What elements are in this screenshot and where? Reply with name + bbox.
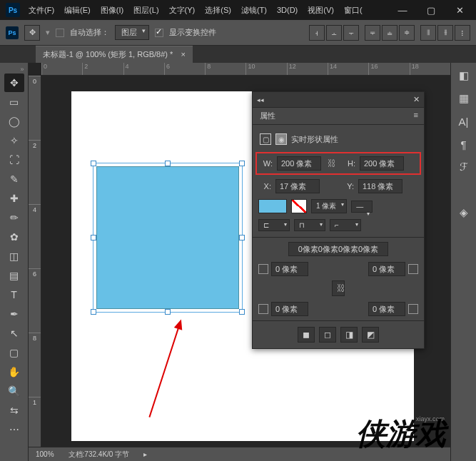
window-maximize[interactable]: ▢: [420, 5, 442, 16]
corner-tl-input[interactable]: [271, 262, 308, 276]
corner-br-input[interactable]: [368, 302, 405, 316]
menu-filter[interactable]: 滤镜(T): [240, 5, 268, 16]
path-combine-icon[interactable]: ◼: [298, 327, 315, 343]
stroke-caps-dropdown[interactable]: ⊓: [294, 219, 325, 231]
properties-tab[interactable]: 属性: [253, 108, 283, 124]
path-subtract-icon[interactable]: ◻: [319, 327, 336, 343]
menu-3d[interactable]: 3D(D): [275, 6, 299, 14]
paragraph-panel-icon[interactable]: ¶: [457, 137, 471, 151]
swap-colors-icon[interactable]: ⇆: [4, 401, 24, 420]
transform-box[interactable]: [93, 163, 243, 313]
y-input[interactable]: [358, 179, 402, 193]
menu-layer[interactable]: 图层(L): [132, 5, 160, 16]
menu-type[interactable]: 文字(Y): [168, 5, 197, 16]
menu-image[interactable]: 图像(I): [99, 5, 125, 16]
character-panel-icon[interactable]: A|: [457, 114, 471, 128]
distribute-h-icon[interactable]: ⫴: [420, 25, 436, 41]
titlebar: Ps 文件(F) 编辑(E) 图像(I) 图层(L) 文字(Y) 选择(S) 滤…: [0, 0, 476, 20]
gradient-tool[interactable]: ▤: [4, 266, 24, 285]
auto-select-target-dropdown[interactable]: 图层: [115, 25, 149, 40]
color-panel-icon[interactable]: ◧: [457, 69, 471, 83]
brush-tool[interactable]: ✏: [4, 208, 24, 227]
more-tools-icon[interactable]: ⋯: [4, 420, 24, 439]
menu-file[interactable]: 文件(F): [27, 5, 56, 16]
panel-menu-icon[interactable]: ✕: [413, 95, 420, 104]
align-bottom-icon[interactable]: ⫩: [399, 25, 415, 41]
window-minimize[interactable]: —: [392, 5, 413, 16]
shape-type-icon: ▢: [260, 133, 271, 145]
home-icon[interactable]: Ps: [6, 26, 19, 39]
corner-bl-input[interactable]: [271, 302, 308, 316]
handle-bot-left[interactable]: [91, 309, 96, 315]
info-expand-icon[interactable]: ▸: [143, 450, 147, 458]
move-tool-icon[interactable]: ✥: [24, 25, 40, 41]
handle-mid-left[interactable]: [91, 235, 96, 240]
stroke-color-swatch[interactable]: [291, 199, 307, 213]
tab-close-icon[interactable]: ×: [181, 50, 185, 59]
type-tool[interactable]: T: [4, 285, 24, 304]
handle-bot-right[interactable]: [239, 309, 245, 315]
size-row-highlight: W: ⛓ H:: [255, 152, 421, 175]
panel-options-icon[interactable]: ≡: [408, 108, 424, 124]
auto-select-checkbox[interactable]: [56, 29, 64, 37]
corners-summary-input[interactable]: [288, 242, 388, 256]
align-right-icon[interactable]: ⫟: [343, 25, 359, 41]
stroke-corners-dropdown[interactable]: ⌐: [330, 219, 361, 231]
zoom-tool[interactable]: 🔍: [4, 382, 24, 400]
align-top-icon[interactable]: ⫧: [365, 25, 380, 41]
window-close[interactable]: ✕: [449, 5, 470, 16]
path-select-tool[interactable]: ↖: [4, 324, 24, 343]
link-wh-icon[interactable]: ⛓: [325, 158, 338, 168]
height-input[interactable]: [360, 156, 404, 171]
document-info[interactable]: 文档:732.4K/0 字节: [69, 450, 130, 460]
stroke-align-dropdown[interactable]: ⊏: [258, 219, 290, 231]
path-intersect-icon[interactable]: ◨: [340, 327, 358, 343]
eyedropper-tool[interactable]: ✎: [4, 170, 24, 188]
handle-mid-right[interactable]: [239, 235, 245, 240]
handle-top-right[interactable]: [239, 161, 245, 166]
shape-tool[interactable]: ▢: [4, 343, 24, 362]
corner-tr-input[interactable]: [368, 262, 405, 276]
options-bar: Ps ✥ ▾ 自动选择： 图层 显示变换控件 ⫞ ⫠ ⫟ ⫧ ⫨ ⫩ ⫴ ⫵ ⫶: [0, 20, 476, 46]
stamp-tool[interactable]: ✿: [4, 228, 24, 246]
lasso-tool[interactable]: ◯: [4, 112, 24, 131]
panel-collapse-icon[interactable]: ◂◂: [257, 96, 264, 103]
brushes-panel-icon[interactable]: ℱ: [457, 160, 471, 174]
x-input[interactable]: [275, 179, 320, 193]
ruler-horizontal: 02 46 810 1214 1618: [41, 63, 450, 76]
menu-select[interactable]: 选择(S): [203, 5, 233, 16]
distribute-3-icon[interactable]: ⫶: [455, 25, 470, 41]
handle-top-left[interactable]: [91, 161, 96, 166]
link-corners-icon[interactable]: ⛓: [332, 280, 345, 296]
zoom-level[interactable]: 100%: [36, 450, 54, 458]
fill-color-swatch[interactable]: [258, 199, 287, 213]
stroke-width-input[interactable]: 1 像素: [311, 199, 347, 213]
align-left-icon[interactable]: ⫞: [309, 25, 325, 41]
swatches-panel-icon[interactable]: ▦: [457, 91, 471, 106]
layers-panel-icon[interactable]: ◈: [457, 206, 471, 220]
properties-panel: ◂◂ ✕ 属性 ≡ ▢ ◉ 实时形状属性 W: ⛓ H: X: Y:: [252, 91, 425, 349]
width-label: W:: [260, 159, 273, 168]
heal-tool[interactable]: ✚: [4, 189, 24, 208]
menu-edit[interactable]: 编辑(E): [63, 5, 92, 16]
menu-window[interactable]: 窗口(: [343, 5, 364, 16]
move-tool[interactable]: ✥: [4, 74, 24, 92]
align-center-h-icon[interactable]: ⫠: [326, 25, 342, 41]
document-tab[interactable]: 未标题-1 @ 100% (矩形 1, RGB/8#) * ×: [36, 46, 193, 63]
distribute-v-icon[interactable]: ⫵: [437, 25, 453, 41]
pen-tool[interactable]: ✒: [4, 305, 24, 323]
show-transform-checkbox[interactable]: [155, 29, 163, 37]
crop-tool[interactable]: ⛶: [4, 151, 24, 169]
marquee-tool[interactable]: ▭: [4, 93, 24, 111]
menu-view[interactable]: 视图(V): [306, 5, 335, 16]
magic-wand-tool[interactable]: ✧: [4, 131, 24, 150]
hand-tool[interactable]: ✋: [4, 363, 24, 381]
toolbox-expand-icon[interactable]: »: [4, 66, 24, 73]
handle-top-mid[interactable]: [165, 161, 171, 166]
width-input[interactable]: [277, 156, 321, 171]
path-exclude-icon[interactable]: ◩: [362, 327, 379, 343]
align-center-v-icon[interactable]: ⫨: [382, 25, 397, 41]
eraser-tool[interactable]: ◫: [4, 247, 24, 265]
handle-bot-mid[interactable]: [165, 309, 171, 315]
stroke-style-dropdown[interactable]: —: [351, 201, 373, 213]
